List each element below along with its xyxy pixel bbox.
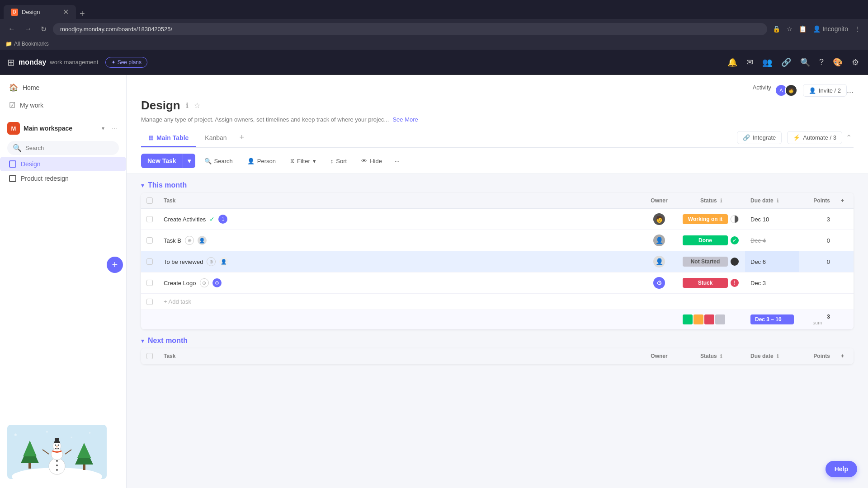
- select-all-checkbox[interactable]: [146, 197, 153, 204]
- status-info-icon[interactable]: ℹ: [720, 198, 722, 203]
- board-item-design[interactable]: Design: [0, 157, 126, 171]
- next-duedate-info-icon[interactable]: ℹ: [777, 353, 778, 359]
- new-task-dropdown-icon[interactable]: ▾: [183, 154, 195, 168]
- search-toolbar-button[interactable]: 🔍 Search: [199, 155, 238, 168]
- row-1-task-icon-1[interactable]: 1: [218, 215, 227, 224]
- row-4-checkbox[interactable]: [146, 280, 153, 286]
- row-3-status-badge[interactable]: Not Started: [683, 257, 728, 267]
- add-board-button[interactable]: +: [107, 257, 123, 273]
- row-2-owner-icon[interactable]: 👤: [198, 236, 207, 245]
- settings-icon[interactable]: ⚙: [850, 56, 861, 69]
- back-button[interactable]: ←: [5, 23, 18, 35]
- search-header-icon[interactable]: 🔍: [798, 56, 812, 69]
- row-3-add-col: [835, 251, 854, 272]
- notifications-icon[interactable]: 🔔: [726, 56, 739, 69]
- row-2-status-badge[interactable]: Done: [683, 235, 728, 245]
- menu-icon[interactable]: ⋮: [853, 23, 863, 34]
- star-favorite-icon[interactable]: ☆: [194, 101, 200, 110]
- workspace-chevron[interactable]: ▾: [100, 123, 106, 133]
- sort-button[interactable]: ↕ Sort: [325, 155, 352, 168]
- row-3-task-icon[interactable]: ⊕: [207, 257, 216, 266]
- users-icon[interactable]: 👥: [760, 56, 774, 69]
- row-1-status-badge[interactable]: Working on it: [683, 214, 728, 224]
- help-header-icon[interactable]: ?: [817, 56, 826, 69]
- svg-point-11: [55, 445, 57, 446]
- integrate-icon: 🔗: [743, 134, 750, 141]
- info-icon[interactable]: ℹ: [186, 101, 189, 110]
- row-1-checkbox[interactable]: [146, 216, 153, 222]
- workspace-header[interactable]: M Main workspace ▾ ···: [0, 117, 126, 139]
- collapse-button[interactable]: ⌃: [844, 131, 854, 144]
- see-plans-button[interactable]: ✦ See plans: [105, 57, 147, 68]
- row-2-checkbox[interactable]: [146, 237, 153, 244]
- row-4-status-badge[interactable]: Stuck: [683, 278, 728, 288]
- tab-close-button[interactable]: ✕: [63, 8, 69, 16]
- this-month-collapse-button[interactable]: ▾: [141, 182, 144, 189]
- duedate-info-icon[interactable]: ℹ: [777, 198, 778, 203]
- row-1-check-icon[interactable]: ✓: [209, 216, 215, 223]
- status-mini-bars: [683, 314, 740, 324]
- help-button[interactable]: Help: [826, 461, 857, 477]
- tab-add-button[interactable]: +: [236, 128, 248, 147]
- row-4-checkbox-cell: [141, 272, 158, 294]
- table-row: Task B ⊕ 👤 👤 Done: [141, 230, 854, 251]
- row-2-task-icon[interactable]: ⊕: [185, 236, 194, 245]
- invite-button[interactable]: 👤 Invite / 2: [803, 84, 847, 97]
- table-row: To be reviewed ⊕ 👤 👤 Not Started: [141, 251, 854, 272]
- toolbar-more-button[interactable]: ···: [391, 155, 403, 168]
- automate-button[interactable]: ⚡ Automate / 3: [787, 131, 842, 144]
- app-container: ⊞ monday work management ✦ See plans 🔔 ✉…: [0, 50, 868, 488]
- next-add-column-button[interactable]: +: [835, 348, 854, 364]
- add-task-label[interactable]: + Add task: [158, 294, 854, 310]
- row-4-task-icon[interactable]: ⊕: [200, 278, 209, 287]
- inbox-icon[interactable]: ✉: [745, 56, 755, 69]
- row-3-owner-icon[interactable]: 👤: [219, 257, 228, 266]
- color-icon[interactable]: 🎨: [831, 56, 844, 69]
- row-3-owner-cell: 👤: [641, 251, 677, 272]
- workspace-more[interactable]: ···: [110, 123, 119, 134]
- see-more-link[interactable]: See More: [392, 116, 418, 123]
- hide-button[interactable]: 👁 Hide: [356, 155, 387, 168]
- address-bar[interactable]: [53, 23, 767, 35]
- board-design-icon: [9, 160, 16, 168]
- mini-bar-grey: [715, 314, 725, 324]
- integrate-button[interactable]: 🔗 Integrate: [737, 131, 782, 144]
- star-icon[interactable]: ☆: [785, 23, 794, 34]
- next-select-all-checkbox[interactable]: [146, 353, 153, 359]
- filter-button[interactable]: ⧖ Filter ▾: [285, 154, 321, 168]
- person-filter-button[interactable]: 👤 Person: [242, 155, 281, 168]
- owner-column-header: Owner: [641, 193, 677, 209]
- logo-grid-icon[interactable]: ⊞: [7, 57, 15, 68]
- board-item-product[interactable]: Product redesign: [0, 171, 126, 186]
- next-status-info-icon[interactable]: ℹ: [720, 353, 722, 359]
- add-column-button[interactable]: +: [835, 193, 854, 209]
- new-tab-button[interactable]: +: [76, 9, 89, 19]
- row-3-checkbox[interactable]: [146, 258, 153, 265]
- active-tab[interactable]: D Design ✕: [4, 5, 76, 19]
- row-4-status-icon: !: [731, 279, 739, 287]
- project-tabs: ⊞ Main Table Kanban + 🔗 Integrate ⚡ Auto: [141, 128, 854, 148]
- forward-button[interactable]: →: [22, 23, 34, 35]
- select-all-header: [141, 193, 158, 209]
- project-more-button[interactable]: ...: [847, 84, 854, 97]
- svg-text:❄: ❄: [71, 436, 72, 439]
- bookmarks-label[interactable]: All Bookmarks: [14, 41, 49, 47]
- add-task-row[interactable]: + Add task: [141, 294, 854, 310]
- sidebar-search-input[interactable]: [25, 145, 113, 151]
- privacy-icon[interactable]: 🔒: [771, 23, 782, 34]
- tab-kanban[interactable]: Kanban: [198, 130, 234, 147]
- new-task-button[interactable]: New Task ▾: [141, 154, 195, 168]
- sidebar-item-mywork[interactable]: ☑ My work: [0, 96, 126, 114]
- sidebar-item-home[interactable]: 🏠 Home: [0, 79, 126, 96]
- tab-main-table[interactable]: ⊞ Main Table: [141, 130, 196, 147]
- integrations-icon[interactable]: 🔗: [779, 56, 793, 69]
- sum-label: sum: [805, 320, 830, 325]
- row-1-status-cell: Working on it: [677, 209, 745, 230]
- profile-icon[interactable]: 👤 Incognito: [811, 23, 850, 34]
- refresh-button[interactable]: ↻: [38, 23, 49, 35]
- activity-avatars: A 🧑: [771, 84, 797, 97]
- next-month-collapse-button[interactable]: ▾: [141, 337, 144, 344]
- row-4-owner-icon[interactable]: ⚙: [212, 278, 222, 287]
- automate-icon: ⚡: [793, 134, 800, 141]
- reader-icon[interactable]: 📋: [797, 23, 808, 34]
